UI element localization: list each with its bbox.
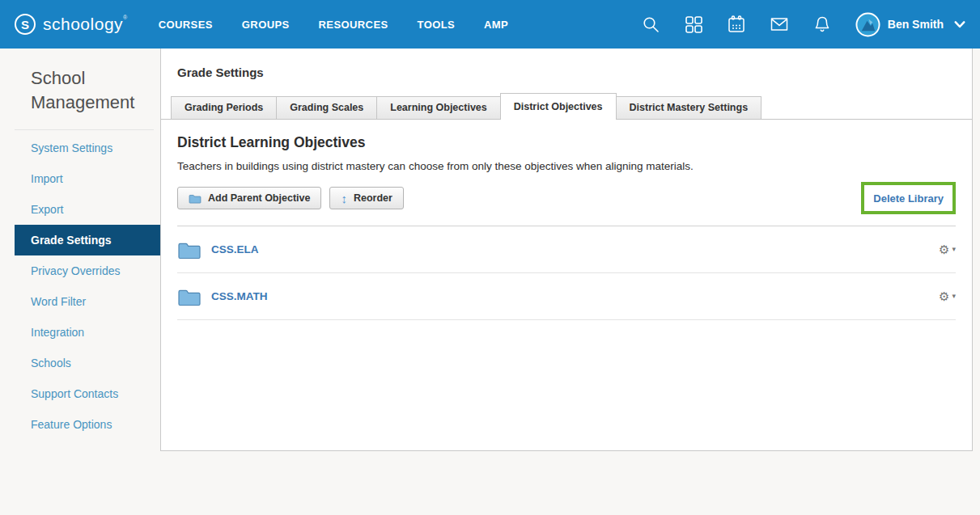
page: S schoology® COURSES GROUPS RESOURCES TO…	[0, 0, 980, 515]
tab-learning-objectives[interactable]: Learning Objectives	[376, 96, 500, 119]
nav-item-courses[interactable]: COURSES	[159, 19, 213, 31]
page-title: Grade Settings	[177, 65, 972, 79]
brand-trademark: ®	[123, 15, 128, 20]
add-parent-objective-label: Add Parent Objective	[208, 192, 310, 204]
section-description: Teachers in buildings using district mas…	[177, 160, 956, 172]
tab-grading-periods[interactable]: Grading Periods	[171, 96, 277, 119]
sidebar-item-support-contacts[interactable]: Support Contacts	[15, 378, 160, 409]
search-icon[interactable]	[641, 15, 660, 34]
add-parent-objective-button[interactable]: Add Parent Objective	[177, 187, 321, 209]
logo-s-icon: S	[15, 14, 36, 35]
navbar-right-cluster: Ben Smith	[641, 12, 967, 37]
actions-row: Add Parent Objective ↕ Reorder Delete Li…	[177, 182, 956, 214]
row-options-dropdown[interactable]: ⚙ ▾	[939, 243, 956, 255]
tab-district-objectives[interactable]: District Objectives	[500, 93, 617, 120]
tab-grading-scales[interactable]: Grading Scales	[276, 96, 377, 119]
top-navbar: S schoology® COURSES GROUPS RESOURCES TO…	[0, 0, 980, 49]
user-name: Ben Smith	[888, 18, 944, 31]
tab-content: District Learning Objectives Teachers in…	[161, 134, 972, 320]
brand-name: schoology®	[43, 15, 128, 34]
gear-icon: ⚙	[939, 243, 949, 255]
messages-icon[interactable]	[770, 15, 789, 34]
gear-icon: ⚙	[939, 290, 949, 302]
annotation-highlight-box: Delete Library	[861, 182, 956, 214]
reorder-label: Reorder	[354, 192, 392, 204]
user-menu[interactable]: Ben Smith	[855, 12, 967, 37]
chevron-down-icon[interactable]	[952, 17, 967, 32]
objective-row-css-math: CSS.MATH ⚙ ▾	[177, 273, 956, 320]
objective-link[interactable]: CSS.MATH	[211, 290, 268, 302]
objective-row-css-ela: CSS.ELA ⚙ ▾	[177, 226, 956, 273]
objectives-list: CSS.ELA ⚙ ▾ CSS.MATH ⚙ ▾	[177, 226, 956, 320]
delete-library-link[interactable]: Delete Library	[873, 192, 944, 205]
row-options-dropdown[interactable]: ⚙ ▾	[939, 290, 956, 302]
caret-down-icon: ▾	[952, 246, 956, 253]
folder-icon[interactable]	[177, 287, 202, 306]
schoology-logo[interactable]: S schoology®	[15, 14, 128, 35]
avatar[interactable]	[855, 12, 880, 37]
app-grid-icon[interactable]	[684, 15, 703, 34]
sidebar-title: School Management	[31, 66, 144, 115]
section-heading: District Learning Objectives	[177, 134, 956, 151]
caret-down-icon: ▾	[952, 293, 956, 300]
calendar-icon[interactable]	[727, 15, 746, 34]
sidebar-item-import[interactable]: Import	[15, 163, 160, 194]
sidebar-item-schools[interactable]: Schools	[15, 348, 160, 378]
folder-icon	[189, 193, 202, 204]
folder-icon[interactable]	[177, 240, 202, 260]
sidebar-item-integration[interactable]: Integration	[15, 317, 160, 348]
nav-item-resources[interactable]: RESOURCES	[319, 19, 388, 31]
sidebar: School Management System Settings Import…	[0, 49, 160, 451]
reorder-button[interactable]: ↕ Reorder	[329, 187, 403, 209]
sidebar-item-system-settings[interactable]: System Settings	[15, 133, 160, 163]
sidebar-item-word-filter[interactable]: Word Filter	[15, 286, 160, 317]
main-panel: Grade Settings Grading Periods Grading S…	[160, 49, 973, 451]
reorder-updown-icon: ↕	[341, 192, 347, 205]
nav-item-tools[interactable]: TOOLS	[418, 19, 456, 31]
sidebar-divider	[15, 129, 154, 130]
nav-item-amp[interactable]: AMP	[484, 19, 508, 31]
sidebar-item-privacy-overrides[interactable]: Privacy Overrides	[15, 255, 160, 286]
nav-item-groups[interactable]: GROUPS	[242, 19, 290, 31]
sidebar-item-feature-options[interactable]: Feature Options	[15, 409, 160, 440]
tab-bar: Grading Periods Grading Scales Learning …	[161, 93, 972, 120]
sidebar-nav: System Settings Import Export Grade Sett…	[15, 133, 160, 440]
tab-district-mastery-settings[interactable]: District Mastery Settings	[616, 96, 762, 119]
main-nav-menu: COURSES GROUPS RESOURCES TOOLS AMP	[159, 19, 508, 31]
notifications-icon[interactable]	[812, 15, 832, 34]
sidebar-item-grade-settings[interactable]: Grade Settings	[15, 225, 160, 255]
sidebar-item-export[interactable]: Export	[15, 194, 160, 225]
objective-link[interactable]: CSS.ELA	[211, 243, 259, 255]
